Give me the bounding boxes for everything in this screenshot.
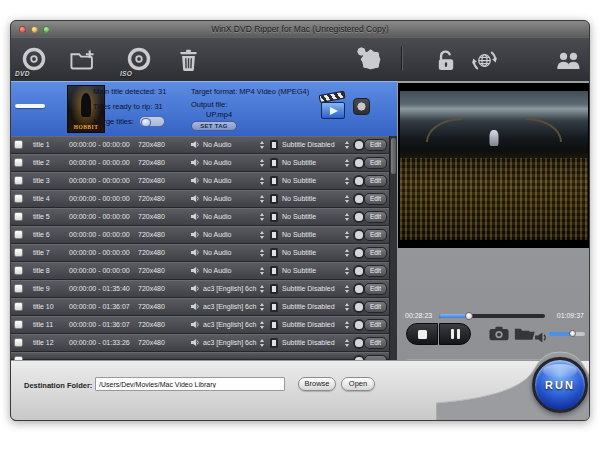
pause-button[interactable] xyxy=(439,323,471,345)
open-button[interactable]: Open xyxy=(341,377,375,391)
subtitle-select[interactable]: No Subtitle xyxy=(282,195,316,202)
timeline-knob[interactable] xyxy=(465,312,473,320)
subtitle-stepper-icon[interactable] xyxy=(345,302,350,312)
destination-folder-input[interactable] xyxy=(95,377,285,391)
subtitle-select[interactable]: Subtitle Disabled xyxy=(282,285,335,292)
target-format-icon[interactable] xyxy=(321,95,346,120)
edit-button[interactable]: Edit xyxy=(364,229,387,241)
audio-stepper-icon[interactable] xyxy=(260,320,265,330)
audio-track-select[interactable]: ac3 [English] 6ch xyxy=(203,321,256,328)
edit-button[interactable]: Edit xyxy=(364,193,387,205)
title-checkbox[interactable] xyxy=(14,284,23,293)
subtitle-select[interactable]: Subtitle Disabled xyxy=(282,321,335,328)
edit-button[interactable]: Edit xyxy=(364,265,387,277)
edit-button[interactable]: Edit xyxy=(364,175,387,187)
audio-track-select[interactable]: ac3 [English] 6ch xyxy=(203,303,256,310)
seek-slider[interactable] xyxy=(439,314,545,318)
audio-track-select[interactable]: No Audio xyxy=(203,195,231,202)
table-scrollbar[interactable] xyxy=(389,136,397,360)
subtitle-select[interactable]: No Subtitle xyxy=(282,213,316,220)
title-row[interactable]: title 1 00:00:00 - 00:00:00 720x480 No A… xyxy=(11,136,389,154)
title-checkbox[interactable] xyxy=(14,248,23,257)
merge-titles-toggle[interactable] xyxy=(139,116,165,127)
audio-stepper-icon[interactable] xyxy=(260,284,265,294)
audio-stepper-icon[interactable] xyxy=(260,212,265,222)
run-button[interactable]: RUN xyxy=(532,357,588,413)
volume-slider[interactable] xyxy=(548,332,585,336)
title-row[interactable]: title 9 00:00:00 - 01:35:40 720x480 ac3 … xyxy=(11,280,389,298)
check-update-button[interactable] xyxy=(469,45,499,75)
register-button[interactable] xyxy=(431,45,461,75)
audio-track-select[interactable]: ac3 [English] 6ch xyxy=(203,285,256,292)
audio-stepper-icon[interactable] xyxy=(260,248,265,258)
subtitle-select[interactable]: No Subtitle xyxy=(282,177,316,184)
subtitle-stepper-icon[interactable] xyxy=(345,338,350,348)
subtitle-stepper-icon[interactable] xyxy=(345,176,350,186)
subtitle-stepper-icon[interactable] xyxy=(345,230,350,240)
subtitle-select[interactable]: No Subtitle xyxy=(282,249,316,256)
audio-stepper-icon[interactable] xyxy=(260,158,265,168)
title-row[interactable]: title 6 00:00:00 - 00:00:00 720x480 No A… xyxy=(11,226,389,244)
title-row[interactable]: title 12 00:00:00 - 01:33:26 720x480 ac3… xyxy=(11,334,389,352)
add-folder-button[interactable] xyxy=(67,45,97,75)
set-tag-button[interactable]: SET TAG xyxy=(191,121,237,131)
volume-control[interactable] xyxy=(535,329,548,347)
scrollbar-thumb[interactable] xyxy=(391,138,396,174)
subtitle-stepper-icon[interactable] xyxy=(345,194,350,204)
audio-track-select[interactable]: ac3 [English] 6ch xyxy=(203,339,256,346)
stop-button[interactable] xyxy=(406,323,438,345)
edit-button[interactable]: Edit xyxy=(364,301,387,313)
title-checkbox[interactable] xyxy=(14,176,23,185)
subtitle-select[interactable]: No Subtitle xyxy=(282,267,316,274)
subtitle-stepper-icon[interactable] xyxy=(345,320,350,330)
title-checkbox[interactable] xyxy=(14,230,23,239)
load-dvd-button[interactable]: DVD xyxy=(19,45,49,75)
subtitle-stepper-icon[interactable] xyxy=(345,212,350,222)
title-checkbox[interactable] xyxy=(14,302,23,311)
subtitle-stepper-icon[interactable] xyxy=(345,284,350,294)
audio-track-select[interactable]: No Audio xyxy=(203,159,231,166)
volume-knob[interactable] xyxy=(569,330,576,337)
remove-title-button[interactable] xyxy=(173,45,203,75)
help-community-button[interactable] xyxy=(553,45,583,75)
audio-track-select[interactable]: No Audio xyxy=(203,231,231,238)
title-row[interactable]: title 2 00:00:00 - 00:00:00 720x480 No A… xyxy=(11,154,389,172)
subtitle-select[interactable]: Subtitle Disabled xyxy=(282,141,335,148)
subtitle-select[interactable]: No Subtitle xyxy=(282,159,316,166)
audio-track-select[interactable]: No Audio xyxy=(203,267,231,274)
subtitle-stepper-icon[interactable] xyxy=(345,266,350,276)
collapse-handle-icon[interactable] xyxy=(15,104,45,108)
audio-stepper-icon[interactable] xyxy=(260,194,265,204)
title-checkbox[interactable] xyxy=(14,212,23,221)
title-row-partial[interactable] xyxy=(11,352,389,360)
title-row[interactable]: title 10 00:00:00 - 01:36:07 720x480 ac3… xyxy=(11,298,389,316)
edit-button[interactable]: Edit xyxy=(364,319,387,331)
title-row[interactable]: title 7 00:00:00 - 00:00:00 720x480 No A… xyxy=(11,244,389,262)
title-row[interactable]: title 11 00:00:00 - 01:36:07 720x480 ac3… xyxy=(11,316,389,334)
audio-stepper-icon[interactable] xyxy=(260,176,265,186)
title-row[interactable]: title 3 00:00:00 - 00:00:00 720x480 No A… xyxy=(11,172,389,190)
audio-stepper-icon[interactable] xyxy=(260,140,265,150)
subtitle-stepper-icon[interactable] xyxy=(345,248,350,258)
title-row[interactable]: title 8 00:00:00 - 00:00:00 720x480 No A… xyxy=(11,262,389,280)
subtitle-stepper-icon[interactable] xyxy=(345,158,350,168)
browse-button[interactable]: Browse xyxy=(298,377,336,391)
load-iso-button[interactable]: ISO xyxy=(124,45,154,75)
edit-button[interactable]: Edit xyxy=(364,157,387,169)
edit-button[interactable]: Edit xyxy=(364,211,387,223)
settings-button[interactable] xyxy=(356,45,386,75)
format-settings-button[interactable] xyxy=(353,98,370,115)
audio-stepper-icon[interactable] xyxy=(260,230,265,240)
audio-stepper-icon[interactable] xyxy=(260,302,265,312)
snapshot-button[interactable] xyxy=(489,326,509,345)
title-row[interactable]: title 4 00:00:00 - 00:00:00 720x480 No A… xyxy=(11,190,389,208)
audio-track-select[interactable]: No Audio xyxy=(203,249,231,256)
edit-button[interactable]: Edit xyxy=(364,283,387,295)
title-checkbox[interactable] xyxy=(14,266,23,275)
title-checkbox[interactable] xyxy=(14,194,23,203)
open-output-folder-button[interactable] xyxy=(514,327,535,345)
audio-stepper-icon[interactable] xyxy=(260,338,265,348)
subtitle-select[interactable]: Subtitle Disabled xyxy=(282,303,335,310)
audio-track-select[interactable]: No Audio xyxy=(203,213,231,220)
title-checkbox[interactable] xyxy=(14,140,23,149)
